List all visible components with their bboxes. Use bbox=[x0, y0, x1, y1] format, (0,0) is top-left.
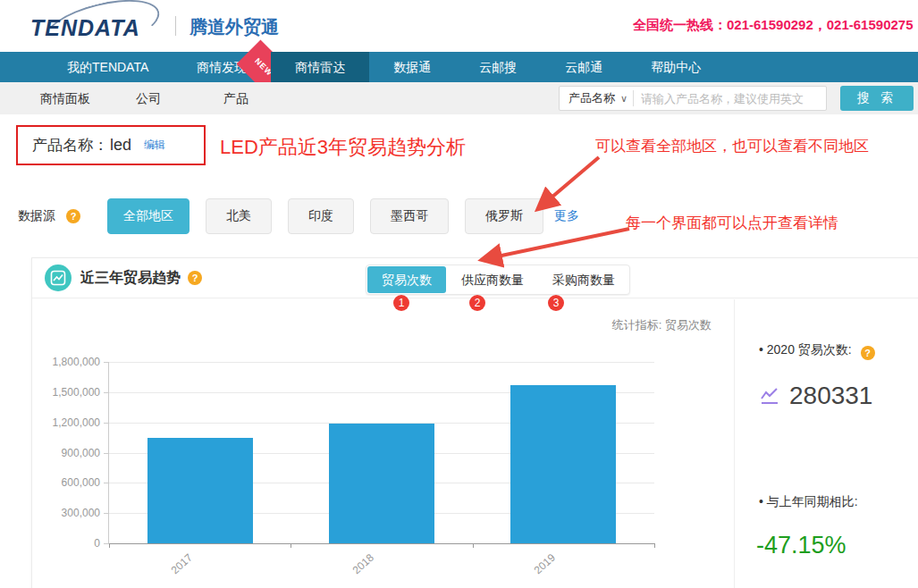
top-header: TENDATA 腾道外贸通 全国统一热线：021-61590292，021-61… bbox=[0, 0, 918, 52]
product-name-label: 产品名称： bbox=[32, 135, 108, 155]
step-badge-2: 2 bbox=[469, 295, 485, 311]
y-axis-tick bbox=[104, 392, 109, 393]
y-axis-tick bbox=[104, 483, 109, 483]
x-axis-tick bbox=[291, 543, 291, 548]
region-button-russia[interactable]: 俄罗斯 bbox=[465, 198, 543, 234]
trend-card: 近三年贸易趋势 ? 贸易次数 供应商数量 采购商数量 1 2 3 统计指标: 贸… bbox=[31, 257, 918, 588]
nav-item-datatong[interactable]: 数据通 bbox=[369, 52, 455, 82]
stat-compare-value: -47.15% bbox=[756, 532, 846, 559]
stat-year-label: • 2020 贸易次数: ? bbox=[759, 342, 875, 360]
product-name-box: 产品名称： led 编辑 bbox=[16, 125, 206, 165]
step-badge-3: 3 bbox=[548, 295, 564, 311]
bar-chart: 0300,000600,000900,0001,200,0001,500,000… bbox=[108, 362, 654, 544]
nav-item-mailtong[interactable]: 云邮通 bbox=[541, 52, 627, 82]
annotation-title: LED产品近3年贸易趋势分析 bbox=[220, 134, 466, 161]
bar-2017[interactable] bbox=[147, 438, 253, 543]
y-axis-label: 300,000 bbox=[29, 507, 100, 519]
nav-item-my-tendata[interactable]: 我的TENDATA bbox=[43, 52, 173, 82]
subnav-item-company[interactable]: 公司 bbox=[136, 82, 161, 114]
edit-link[interactable]: 编辑 bbox=[144, 138, 165, 153]
datasource-help-icon[interactable]: ? bbox=[66, 209, 80, 223]
y-axis-label: 900,000 bbox=[29, 447, 100, 459]
stat-value: 280331 bbox=[789, 382, 872, 410]
brand-divider bbox=[175, 16, 176, 36]
y-axis-label: 1,800,000 bbox=[29, 356, 100, 368]
nav-item-mailsearch[interactable]: 云邮搜 bbox=[455, 52, 541, 82]
y-axis-label: 1,200,000 bbox=[29, 416, 100, 429]
stat-help-icon[interactable]: ? bbox=[861, 346, 875, 360]
hotline-text: 全国统一热线：021-61590292，021-61590275 bbox=[633, 17, 914, 34]
stat-year-text: • 2020 贸易次数: bbox=[759, 342, 852, 357]
x-axis-label: 2018 bbox=[350, 551, 376, 576]
y-axis-label: 1,500,000 bbox=[29, 386, 100, 399]
line-chart-icon bbox=[45, 265, 72, 291]
product-name-value: led bbox=[110, 136, 131, 155]
nav-item-discovery[interactable]: 商情发现 NEW bbox=[173, 52, 271, 82]
subnav-item-product[interactable]: 产品 bbox=[223, 82, 248, 114]
step-badge-1: 1 bbox=[393, 295, 409, 311]
card-title: 近三年贸易趋势 bbox=[80, 269, 181, 288]
x-axis-label: 2017 bbox=[168, 551, 194, 576]
chevron-down-icon[interactable]: ∨ bbox=[620, 93, 627, 105]
card-help-icon[interactable]: ? bbox=[188, 271, 202, 285]
region-button-all[interactable]: 全部地区 bbox=[107, 198, 189, 234]
brand-name: 腾道外贸通 bbox=[189, 15, 279, 39]
x-axis-tick bbox=[473, 543, 474, 548]
search-field: 产品名称 ∨ bbox=[559, 86, 827, 111]
more-regions-link[interactable]: 更多 bbox=[554, 208, 579, 224]
main-nav: 我的TENDATA 商情发现 NEW 商情雷达 数据通 云邮搜 云邮通 帮助中心 bbox=[0, 52, 918, 82]
y-axis-tick bbox=[104, 453, 109, 454]
metric-tabs: 贸易次数 供应商数量 采购商数量 bbox=[366, 265, 630, 295]
stat-compare-label: • 与上年同期相比: bbox=[759, 494, 858, 510]
region-button-india[interactable]: 印度 bbox=[288, 198, 354, 234]
tendata-logo[interactable]: TENDATA bbox=[27, 7, 170, 45]
nav-item-radar[interactable]: 商情雷达 bbox=[271, 52, 369, 82]
y-axis-label: 600,000 bbox=[29, 476, 100, 489]
panel-divider bbox=[734, 299, 735, 588]
x-axis-label: 2019 bbox=[532, 551, 558, 576]
indicator-label: 统计指标: 贸易次数 bbox=[497, 317, 712, 333]
region-button-north-america[interactable]: 北美 bbox=[206, 198, 272, 234]
subnav-item-dashboard[interactable]: 商情面板 bbox=[40, 82, 90, 114]
bar-2018[interactable] bbox=[329, 424, 434, 543]
annotation-regions-note: 可以查看全部地区，也可以查看不同地区 bbox=[595, 136, 869, 156]
region-button-mexico[interactable]: 墨西哥 bbox=[370, 198, 449, 234]
main-content: 产品名称： led 编辑 LED产品近3年贸易趋势分析 可以查看全部地区，也可以… bbox=[0, 114, 918, 588]
search-category-select[interactable]: 产品名称 bbox=[560, 90, 620, 106]
search-button[interactable]: 搜 索 bbox=[840, 86, 914, 111]
x-axis-tick bbox=[654, 543, 655, 548]
sub-nav: 商情面板 公司 产品 产品名称 ∨ 搜 索 bbox=[0, 82, 918, 114]
y-axis-label: 0 bbox=[29, 537, 100, 550]
bar-2019[interactable] bbox=[510, 385, 616, 543]
y-axis-tick bbox=[104, 423, 109, 424]
search-input[interactable] bbox=[634, 92, 826, 105]
purple-chart-icon bbox=[759, 385, 780, 407]
datasource-row: 数据源 ? 全部地区 北美 印度 墨西哥 俄罗斯 更多 bbox=[18, 198, 579, 234]
annotation-detail-note: 每一个界面都可以点开查看详情 bbox=[626, 213, 838, 233]
tab-trade-count[interactable]: 贸易次数 bbox=[367, 266, 446, 293]
datasource-label: 数据源 bbox=[18, 208, 55, 224]
logo-text: TENDATA bbox=[30, 15, 140, 41]
nav-item-help-center[interactable]: 帮助中心 bbox=[627, 52, 725, 82]
tab-supplier-count[interactable]: 供应商数量 bbox=[447, 266, 538, 293]
gridline bbox=[109, 362, 654, 363]
y-axis-tick bbox=[104, 513, 109, 514]
stat-value-row: 280331 bbox=[759, 382, 872, 410]
y-axis-tick bbox=[104, 362, 109, 363]
x-axis-tick bbox=[109, 543, 110, 548]
tab-buyer-count[interactable]: 采购商数量 bbox=[538, 266, 629, 293]
